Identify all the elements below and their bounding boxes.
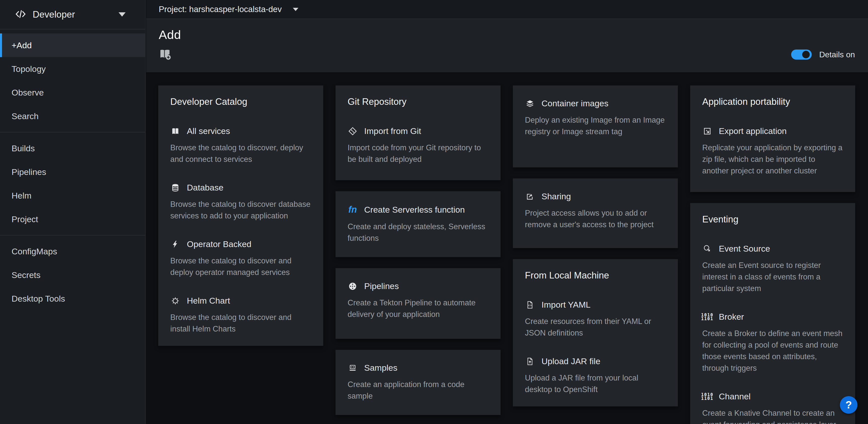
- action-label: Channel: [719, 392, 751, 401]
- action-description: Create and deploy stateless, Serverless …: [348, 221, 489, 244]
- share-icon: [525, 192, 535, 201]
- action-container-images[interactable]: Container images Deploy an existing Imag…: [525, 98, 666, 138]
- sidebar-item-observe[interactable]: Observe: [0, 81, 145, 104]
- action-all-services[interactable]: All services Browse the catalog to disco…: [170, 126, 311, 165]
- card-container-images: Container images Deploy an existing Imag…: [513, 85, 678, 167]
- grid-column-2: Git Repository Import from Git Import co…: [336, 85, 501, 415]
- project-selector-label: Project: harshcasper-localsta-dev: [159, 4, 282, 14]
- help-button[interactable]: ?: [840, 396, 858, 414]
- action-description: Browse the catalog to discover and deplo…: [170, 255, 311, 278]
- action-label: Helm Chart: [187, 296, 230, 306]
- samples-icon: [348, 364, 358, 372]
- action-sharing[interactable]: Sharing Project access allows you to add…: [525, 192, 666, 230]
- action-channel[interactable]: 10101101 Channel Create a Knative Channe…: [702, 392, 843, 424]
- card-sharing: Sharing Project access allows you to add…: [513, 178, 678, 248]
- card-application-portability: Application portability Export applicati…: [690, 85, 855, 192]
- action-description: Upload a JAR file from your local deskto…: [525, 372, 666, 395]
- action-label: Broker: [719, 312, 744, 322]
- perspective-switcher[interactable]: Developer: [0, 0, 145, 29]
- book-plus-icon[interactable]: [159, 48, 171, 61]
- event-source-icon: [702, 245, 712, 253]
- page-title: Add: [159, 28, 855, 42]
- chevron-down-icon: [293, 8, 299, 11]
- action-import-yaml[interactable]: Import YAML Create resources from their …: [525, 300, 666, 339]
- pipelines-icon: [348, 282, 358, 290]
- action-label: Import from Git: [364, 126, 421, 136]
- nav-group-1: +Add Topology Observe Search: [0, 29, 145, 132]
- action-description: Create an Event source to register inter…: [702, 260, 843, 294]
- database-icon: [170, 183, 180, 192]
- action-label: Import YAML: [541, 300, 590, 310]
- sidebar-item-configmaps[interactable]: ConfigMaps: [0, 239, 145, 263]
- action-import-from-git[interactable]: Import from Git Import code from your Gi…: [348, 126, 489, 165]
- card-title: From Local Machine: [525, 270, 666, 281]
- action-description: Project access allows you to add or remo…: [525, 207, 666, 230]
- sidebar-item-helm[interactable]: Helm: [0, 184, 145, 207]
- binary-icon: 10101101: [702, 313, 712, 321]
- action-samples[interactable]: Samples Create an application from a cod…: [348, 363, 489, 402]
- action-broker[interactable]: 10101101 Broker Create a Broker to defin…: [702, 312, 843, 374]
- nav-group-3: ConfigMaps Secrets Desktop Tools: [0, 235, 145, 314]
- action-upload-jar-file[interactable]: Upload JAR file Upload a JAR file from y…: [525, 357, 666, 395]
- action-description: Create an application from a code sample: [348, 379, 489, 402]
- action-label: Export application: [719, 126, 786, 136]
- file-code-icon: [525, 301, 535, 309]
- action-label: Database: [187, 183, 223, 193]
- sidebar-item-builds[interactable]: Builds: [0, 137, 145, 160]
- action-description: Deploy an existing Image from an Image r…: [525, 114, 666, 138]
- card-pipelines: Pipelines Create a Tekton Pipeline to au…: [336, 268, 501, 339]
- action-event-source[interactable]: Event Source Create an Event source to r…: [702, 244, 843, 294]
- card-title: Git Repository: [348, 96, 489, 107]
- details-toggle-label: Details on: [819, 50, 855, 59]
- sidebar-item-topology[interactable]: Topology: [0, 57, 145, 81]
- sidebar: Developer +Add Topology Observe Search B…: [0, 0, 146, 424]
- action-description: Browse the catalog to discover and insta…: [170, 312, 311, 335]
- action-label: Operator Backed: [187, 239, 251, 249]
- action-description: Create a Knative Channel to create an ev…: [702, 407, 843, 424]
- sidebar-item-pipelines[interactable]: Pipelines: [0, 160, 145, 184]
- action-operator-backed[interactable]: Operator Backed Browse the catalog to di…: [170, 239, 311, 278]
- action-description: Import code from your Git repository to …: [348, 142, 489, 165]
- action-label: Pipelines: [364, 281, 399, 291]
- action-description: Create a Broker to define an event mesh …: [702, 328, 843, 374]
- bolt-icon: [170, 240, 180, 249]
- sidebar-item-project[interactable]: Project: [0, 207, 145, 231]
- toggle-knob: [802, 51, 810, 58]
- card-eventing: Eventing Event Source Create an Event so…: [690, 203, 855, 424]
- export-icon: [702, 127, 712, 136]
- action-helm-chart[interactable]: Helm Chart Browse the catalog to discove…: [170, 296, 311, 335]
- sidebar-item-add[interactable]: +Add: [0, 33, 145, 57]
- action-description: Create resources from their YAML or JSON…: [525, 316, 666, 339]
- action-label: Container images: [541, 98, 608, 108]
- fn-icon: fn: [348, 204, 358, 215]
- details-toggle-switch[interactable]: [791, 50, 812, 60]
- code-icon: [15, 8, 26, 21]
- action-description: Browse the catalog to discover database …: [170, 199, 311, 222]
- card-git-repository: Git Repository Import from Git Import co…: [336, 85, 501, 180]
- sidebar-item-secrets[interactable]: Secrets: [0, 263, 145, 287]
- project-selector[interactable]: Project: harshcasper-localsta-dev: [146, 0, 868, 19]
- sidebar-item-desktop-tools[interactable]: Desktop Tools: [0, 287, 145, 310]
- action-description: Browse the catalog to discover, deploy a…: [170, 142, 311, 165]
- card-title: Eventing: [702, 214, 843, 225]
- card-samples: Samples Create an application from a cod…: [336, 350, 501, 415]
- helm-icon: [170, 296, 180, 305]
- chevron-down-icon: [119, 12, 126, 17]
- action-label: Event Source: [719, 244, 770, 254]
- sidebar-item-search[interactable]: Search: [0, 104, 145, 128]
- action-database[interactable]: Database Browse the catalog to discover …: [170, 183, 311, 222]
- action-label: All services: [187, 126, 230, 136]
- main-area: Project: harshcasper-localsta-dev Add De…: [146, 0, 868, 424]
- action-export-application[interactable]: Export application Replicate your applic…: [702, 126, 843, 177]
- file-upload-icon: [525, 357, 535, 366]
- action-description: Replicate your application by exporting …: [702, 142, 843, 177]
- action-label: Upload JAR file: [541, 357, 600, 366]
- sidebar-nav: +Add Topology Observe Search Builds Pipe…: [0, 29, 145, 314]
- card-developer-catalog: Developer Catalog All services Browse th…: [158, 85, 323, 346]
- action-pipelines[interactable]: Pipelines Create a Tekton Pipeline to au…: [348, 281, 489, 320]
- git-icon: [348, 127, 358, 136]
- action-create-serverless-function[interactable]: fn Create Serverless function Create and…: [348, 204, 489, 244]
- card-serverless-function: fn Create Serverless function Create and…: [336, 191, 501, 257]
- card-from-local-machine: From Local Machine Import YAML Create re…: [513, 259, 678, 406]
- action-label: Sharing: [541, 192, 571, 201]
